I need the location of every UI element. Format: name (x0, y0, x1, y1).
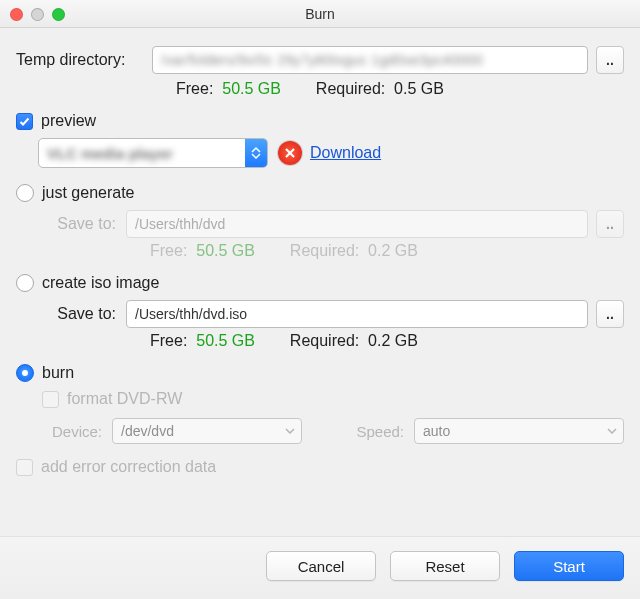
jg-saveto-label: Save to: (42, 215, 116, 233)
format-dvdrw-checkbox (42, 391, 59, 408)
minimize-window-button (31, 8, 44, 21)
temp-directory-row: Temp directory: /var/folders/9x/0c 29y7y… (16, 46, 624, 74)
iso-saveto-label: Save to: (42, 305, 116, 323)
temp-directory-stats: Free: 50.5 GB Required: 0.5 GB (176, 80, 624, 98)
preview-checkbox[interactable] (16, 113, 33, 130)
temp-directory-browse-button[interactable]: .. (596, 46, 624, 74)
temp-directory-input[interactable]: /var/folders/9x/0c 29y7y80txguc 1gd0se3p… (152, 46, 588, 74)
dialog-footer: Cancel Reset Start (0, 536, 640, 599)
window-controls (10, 0, 65, 28)
titlebar: Burn (0, 0, 640, 28)
zoom-window-button[interactable] (52, 8, 65, 21)
burn-row: burn (16, 364, 624, 382)
window-title: Burn (0, 6, 640, 22)
chevron-down-icon (285, 428, 295, 434)
speed-select: auto (414, 418, 624, 444)
preview-player-select[interactable]: VLC media player (38, 138, 268, 168)
cancel-button[interactable]: Cancel (266, 551, 376, 581)
error-icon (278, 141, 302, 165)
reset-button[interactable]: Reset (390, 551, 500, 581)
close-window-button[interactable] (10, 8, 23, 21)
start-button[interactable]: Start (514, 551, 624, 581)
jg-browse-button: .. (596, 210, 624, 238)
iso-saveto-input[interactable]: /Users/thh/dvd.iso (126, 300, 588, 328)
jg-saveto-input: /Users/thh/dvd (126, 210, 588, 238)
format-dvdrw-label: format DVD-RW (67, 390, 182, 408)
burn-label: burn (42, 364, 74, 382)
just-generate-radio[interactable] (16, 184, 34, 202)
temp-directory-label: Temp directory: (16, 51, 152, 69)
burn-radio[interactable] (16, 364, 34, 382)
iso-radio[interactable] (16, 274, 34, 292)
download-link[interactable]: Download (310, 144, 381, 162)
just-generate-row: just generate (16, 184, 624, 202)
ecc-label: add error correction data (41, 458, 216, 476)
preview-row: preview (16, 112, 624, 130)
device-label: Device: (42, 423, 102, 440)
speed-label: Speed: (349, 423, 404, 440)
preview-label: preview (41, 112, 96, 130)
jg-stats: Free: 50.5 GB Required: 0.2 GB (150, 242, 624, 260)
iso-label: create iso image (42, 274, 159, 292)
stepper-arrows-icon (245, 139, 267, 167)
iso-browse-button[interactable]: .. (596, 300, 624, 328)
iso-row: create iso image (16, 274, 624, 292)
iso-stats: Free: 50.5 GB Required: 0.2 GB (150, 332, 624, 350)
device-select: /dev/dvd (112, 418, 302, 444)
chevron-down-icon (607, 428, 617, 434)
just-generate-label: just generate (42, 184, 135, 202)
ecc-checkbox (16, 459, 33, 476)
